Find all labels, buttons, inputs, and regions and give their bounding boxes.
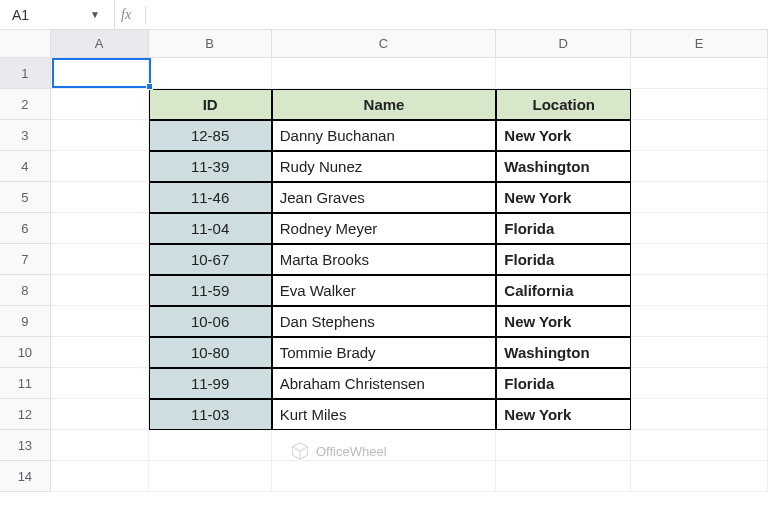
table-row[interactable]: 11-39 (149, 151, 272, 182)
cell-A1[interactable] (51, 58, 149, 89)
cell-A9[interactable] (51, 306, 149, 337)
row-header-9[interactable]: 9 (0, 306, 51, 337)
table-row[interactable]: Tommie Brady (272, 337, 497, 368)
row-header-11[interactable]: 11 (0, 368, 51, 399)
table-row[interactable]: Rudy Nunez (272, 151, 497, 182)
cell-A12[interactable] (51, 399, 149, 430)
select-all-corner[interactable] (0, 30, 51, 58)
column-header-E[interactable]: E (631, 30, 768, 58)
row-header-5[interactable]: 5 (0, 182, 51, 213)
table-row[interactable]: 11-46 (149, 182, 272, 213)
formula-bar: A1 ▼ fx (0, 0, 768, 30)
cell-E10[interactable] (631, 337, 768, 368)
table-row[interactable]: Danny Buchanan (272, 120, 497, 151)
spreadsheet-grid[interactable]: A B C D E 1 2 ID Name Location 312-85Dan… (0, 30, 768, 492)
cell-E5[interactable] (631, 182, 768, 213)
cell-E3[interactable] (631, 120, 768, 151)
cell-B13[interactable] (149, 430, 272, 461)
row-header-2[interactable]: 2 (0, 89, 51, 120)
table-row[interactable]: 11-59 (149, 275, 272, 306)
cell-E14[interactable] (631, 461, 768, 492)
watermark: OfficeWheel (290, 441, 387, 461)
cell-A13[interactable] (51, 430, 149, 461)
table-header-id[interactable]: ID (149, 89, 272, 120)
table-row[interactable]: Jean Graves (272, 182, 497, 213)
row-header-14[interactable]: 14 (0, 461, 51, 492)
table-header-location[interactable]: Location (496, 89, 631, 120)
cell-E11[interactable] (631, 368, 768, 399)
cell-E6[interactable] (631, 213, 768, 244)
row-header-1[interactable]: 1 (0, 58, 51, 89)
row-header-7[interactable]: 7 (0, 244, 51, 275)
cell-E13[interactable] (631, 430, 768, 461)
cell-D14[interactable] (496, 461, 631, 492)
table-row[interactable]: California (496, 275, 631, 306)
name-box-value: A1 (12, 7, 29, 23)
table-row[interactable]: New York (496, 306, 631, 337)
table-row[interactable]: 10-67 (149, 244, 272, 275)
table-row[interactable]: New York (496, 120, 631, 151)
row-header-6[interactable]: 6 (0, 213, 51, 244)
cell-D1[interactable] (496, 58, 631, 89)
table-row[interactable]: New York (496, 182, 631, 213)
row-header-10[interactable]: 10 (0, 337, 51, 368)
divider (145, 6, 146, 24)
table-row[interactable]: Marta Brooks (272, 244, 497, 275)
column-header-D[interactable]: D (496, 30, 631, 58)
column-header-A[interactable]: A (51, 30, 149, 58)
cell-E1[interactable] (631, 58, 768, 89)
table-row[interactable]: New York (496, 399, 631, 430)
cell-B1[interactable] (149, 58, 272, 89)
table-row[interactable]: 10-80 (149, 337, 272, 368)
table-row[interactable]: Florida (496, 244, 631, 275)
cell-E7[interactable] (631, 244, 768, 275)
name-box[interactable]: A1 ▼ (6, 5, 106, 25)
cell-D13[interactable] (496, 430, 631, 461)
table-row[interactable]: 10-06 (149, 306, 272, 337)
cell-E8[interactable] (631, 275, 768, 306)
table-row[interactable]: Kurt Miles (272, 399, 497, 430)
cell-C14[interactable] (272, 461, 497, 492)
cell-A6[interactable] (51, 213, 149, 244)
table-row[interactable]: Dan Stephens (272, 306, 497, 337)
formula-input[interactable] (154, 0, 762, 29)
table-row[interactable]: 12-85 (149, 120, 272, 151)
fx-icon: fx (114, 0, 137, 29)
row-header-8[interactable]: 8 (0, 275, 51, 306)
cell-A14[interactable] (51, 461, 149, 492)
cell-E9[interactable] (631, 306, 768, 337)
cell-B14[interactable] (149, 461, 272, 492)
row-header-3[interactable]: 3 (0, 120, 51, 151)
cell-A7[interactable] (51, 244, 149, 275)
watermark-text: OfficeWheel (316, 444, 387, 459)
row-header-12[interactable]: 12 (0, 399, 51, 430)
row-header-13[interactable]: 13 (0, 430, 51, 461)
table-row[interactable]: Florida (496, 213, 631, 244)
row-header-4[interactable]: 4 (0, 151, 51, 182)
cell-E2[interactable] (631, 89, 768, 120)
cell-A4[interactable] (51, 151, 149, 182)
logo-icon (290, 441, 310, 461)
column-header-C[interactable]: C (272, 30, 497, 58)
table-row[interactable]: 11-99 (149, 368, 272, 399)
cell-A10[interactable] (51, 337, 149, 368)
cell-A5[interactable] (51, 182, 149, 213)
cell-A3[interactable] (51, 120, 149, 151)
table-header-name[interactable]: Name (272, 89, 497, 120)
cell-A8[interactable] (51, 275, 149, 306)
table-row[interactable]: Florida (496, 368, 631, 399)
cell-C1[interactable] (272, 58, 497, 89)
cell-A2[interactable] (51, 89, 149, 120)
cell-E12[interactable] (631, 399, 768, 430)
table-row[interactable]: 11-03 (149, 399, 272, 430)
table-row[interactable]: Abraham Christensen (272, 368, 497, 399)
table-row[interactable]: 11-04 (149, 213, 272, 244)
table-row[interactable]: Washington (496, 337, 631, 368)
cell-A11[interactable] (51, 368, 149, 399)
chevron-down-icon: ▼ (90, 9, 100, 20)
cell-E4[interactable] (631, 151, 768, 182)
table-row[interactable]: Eva Walker (272, 275, 497, 306)
table-row[interactable]: Rodney Meyer (272, 213, 497, 244)
table-row[interactable]: Washington (496, 151, 631, 182)
column-header-B[interactable]: B (149, 30, 272, 58)
